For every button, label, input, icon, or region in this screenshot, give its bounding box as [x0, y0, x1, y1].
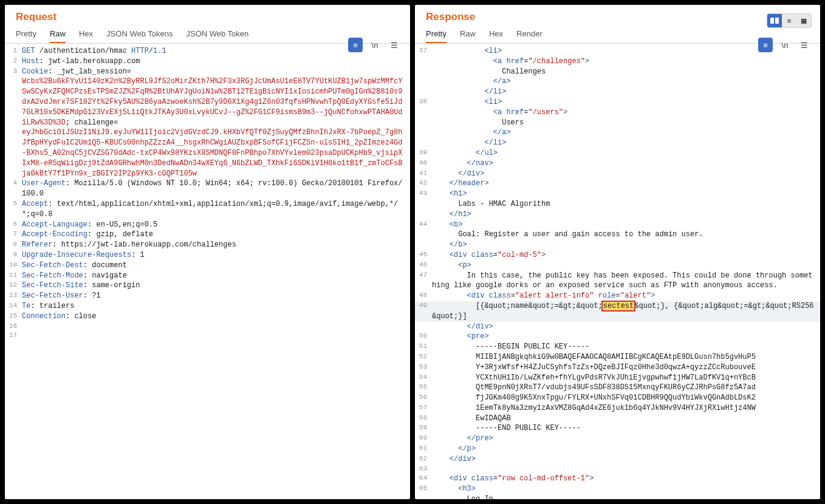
- view-split[interactable]: [767, 14, 782, 27]
- code-line: </div>: [415, 322, 820, 332]
- request-code[interactable]: 1GET /authentication/hmac HTTP/1.12Host:…: [5, 44, 410, 499]
- code-line: 47 In this case, the public key has been…: [415, 271, 820, 291]
- code-line: 44 <b>: [415, 220, 820, 230]
- code-line: 65 <h3>: [415, 484, 820, 494]
- code-line: 45 <div class="col-md-5">: [415, 250, 820, 261]
- code-line: 7Accept-Encoding: gzip, deflate: [5, 230, 410, 240]
- request-panel: Request PrettyRawHexJSON Web TokensJSON …: [5, 5, 410, 499]
- code-line: eyJhbGciOiJSUzI1NiJ9.eyJuYW1lIjoic2VjdGV…: [5, 128, 410, 179]
- code-line: 8Referer: https://jwt-lab.herokuapp.com/…: [5, 240, 410, 250]
- code-line: 11Sec-Fetch-Mode: navigate: [5, 271, 410, 281]
- code-line: Challenges: [415, 67, 820, 77]
- code-line: 38 <li>: [415, 97, 820, 107]
- tab-raw[interactable]: Raw: [460, 29, 476, 43]
- code-line: </h1>: [415, 209, 820, 220]
- response-panel: ≡ ▦ Response PrettyRawHexRender ≡ \n ☰ 3…: [415, 5, 820, 499]
- request-title: Request: [16, 11, 399, 23]
- tab-json-web-token[interactable]: JSON Web Token: [186, 29, 248, 43]
- code-line: 53 Y+3RjxWfsf+H4ZJuCSyhfsTzZs+DQzeBJIFqz…: [415, 363, 820, 373]
- code-line: <a href="/users">: [415, 107, 820, 118]
- tab-pretty[interactable]: Pretty: [426, 29, 447, 43]
- code-line: 56 fjJGKm408g9K5XnxTpgu/FYLRX+UNxhSFVq01…: [415, 393, 820, 403]
- code-line: 6Accept-Language: en-US,en;q=0.5: [5, 220, 410, 230]
- newline-icon[interactable]: \n: [368, 38, 382, 52]
- format-icon[interactable]: ≡: [348, 38, 363, 52]
- code-line: 10Sec-Fetch-Dest: document: [5, 261, 410, 271]
- code-line: Wcbs%2Bu6kFYvU1140zK2n%2ByRRL9JfS2oMirZK…: [5, 77, 410, 128]
- code-line: 15Connection: close: [5, 312, 410, 322]
- menu-icon[interactable]: ☰: [387, 38, 402, 52]
- code-line: 57 1EemTk8yNa3zmy1zAxVMZ8GqAd4xZE6juk1b6…: [415, 403, 820, 414]
- tab-render[interactable]: Render: [516, 29, 543, 43]
- code-line: Users: [415, 118, 820, 128]
- tab-hex[interactable]: Hex: [489, 29, 503, 43]
- code-line: 13Sec-Fetch-User: ?1: [5, 291, 410, 301]
- code-line: 14Te: trailers: [5, 301, 410, 312]
- tab-pretty[interactable]: Pretty: [16, 29, 36, 43]
- code-line: 49 [{&quot;name&quot;=&gt;&quot;sectest&…: [415, 301, 820, 322]
- svg-rect-1: [775, 18, 779, 24]
- code-line: 2Host: jwt-lab.herokuapp.com: [5, 56, 410, 67]
- code-line: 60 </pre>: [415, 434, 820, 444]
- format-icon[interactable]: ≡: [758, 38, 773, 52]
- code-line: Goal: Register a user and gain access to…: [415, 230, 820, 240]
- code-line: 4User-Agent: Mozilla/5.0 (Windows NT 10.…: [5, 179, 410, 199]
- view-grid[interactable]: ▦: [796, 14, 811, 27]
- code-line: 5Accept: text/html,application/xhtml+xml…: [5, 199, 410, 220]
- tab-hex[interactable]: Hex: [79, 29, 93, 43]
- tab-raw[interactable]: Raw: [50, 29, 66, 43]
- menu-icon[interactable]: ☰: [797, 38, 812, 52]
- code-line: 51 -----BEGIN PUBLIC KEY-----: [415, 342, 820, 352]
- code-line: 61 </p>: [415, 444, 820, 454]
- code-line: 9Upgrade-Insecure-Requests: 1: [5, 250, 410, 261]
- code-line: Labs - HMAC Algorithm: [415, 199, 820, 209]
- code-line: 54 YCXthUH1Ib/LwZKfeh+fhYLgvPdsR7VkJUhiE…: [415, 373, 820, 383]
- code-line: Log In: [415, 494, 820, 499]
- view-toggle: ≡ ▦: [767, 13, 812, 28]
- code-line: </li>: [415, 138, 820, 148]
- code-line: 39 </ul>: [415, 148, 820, 158]
- view-list[interactable]: ≡: [782, 14, 796, 27]
- code-line: 46 <p>: [415, 261, 820, 271]
- code-line: 12Sec-Fetch-Site: same-origin: [5, 281, 410, 291]
- code-line: 16: [5, 322, 410, 331]
- code-line: 17: [5, 331, 410, 340]
- code-line: 52 MIIBIjANBgkqhkiG9w0BAQEFAAOCAQ8AMIIBC…: [415, 352, 820, 363]
- code-line: 42 </header>: [415, 179, 820, 189]
- tab-json-web-tokens[interactable]: JSON Web Tokens: [106, 29, 173, 43]
- code-line: </li>: [415, 87, 820, 97]
- code-line: 62 </div>: [415, 454, 820, 465]
- code-line: 43 <h1>: [415, 189, 820, 199]
- svg-rect-0: [770, 18, 774, 24]
- response-code[interactable]: 37 <li> <a href="/challenges"> Challenge…: [415, 44, 820, 499]
- code-line: 41 </div>: [415, 169, 820, 179]
- code-line: </a>: [415, 77, 820, 87]
- code-line: </b>: [415, 240, 820, 250]
- newline-icon[interactable]: \n: [778, 38, 792, 52]
- code-line: 58 EwIDAQAB: [415, 414, 820, 424]
- code-line: 63: [415, 465, 820, 474]
- code-line: 3Cookie: _jwt_lab_session=: [5, 67, 410, 77]
- code-line: <a href="/challenges">: [415, 56, 820, 67]
- response-title: Response: [426, 11, 809, 23]
- code-line: 64 <div class="row col-md-offset-1">: [415, 474, 820, 484]
- code-line: </a>: [415, 128, 820, 138]
- code-line: 50 <pre>: [415, 332, 820, 342]
- code-line: 40 </nav>: [415, 158, 820, 169]
- code-line: 59 -----END PUBLIC KEY-----: [415, 423, 820, 434]
- code-line: 48 <div class="alert alert-info" role="a…: [415, 291, 820, 301]
- code-line: 55 QtME9pnN0jXRsT7/vdubjs49UFsSDF838DS15…: [415, 383, 820, 393]
